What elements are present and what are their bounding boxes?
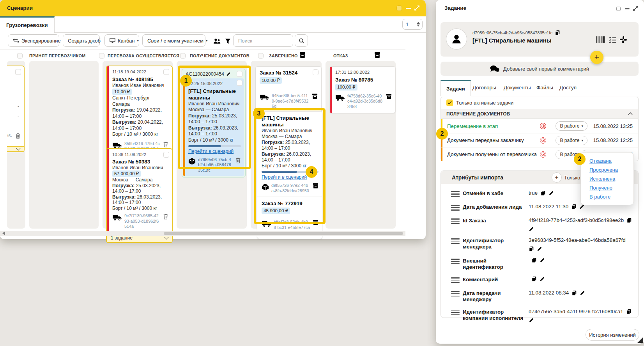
trash-icon[interactable] [15,133,21,139]
filter-button[interactable] [223,36,233,46]
menu-item-done[interactable]: Исполнена [589,174,633,183]
archive-icon[interactable] [313,220,318,225]
drag-handle-icon[interactable] [446,190,463,198]
avatar[interactable] [446,28,467,50]
pencil-icon[interactable] [580,290,585,296]
column-select-checkbox[interactable] [180,53,186,59]
copy-icon[interactable] [626,218,632,223]
card-checkbox[interactable] [313,69,318,75]
barcode-icon[interactable] [596,36,605,43]
card-title[interactable]: Заказ № 31524 [260,69,318,76]
drag-handle-icon[interactable] [446,309,463,317]
page-number-value[interactable] [405,21,415,28]
scroll-left-icon[interactable] [2,231,5,235]
drag-handle-icon[interactable] [446,257,463,266]
stage-section-header[interactable]: ПОЛУЧЕНИЕ ДОКУМЕНТОВ [441,109,638,119]
ftl-card-documents[interactable]: 12:25 15.08.2022 [FTL] Стиральные машины… [183,78,244,176]
tab-tasks[interactable]: Задачи [441,80,471,96]
status-dropdown-button[interactable]: В работе▾ [556,136,587,145]
scenarios-titlebar[interactable]: Сценарии [0,0,426,16]
card-tasks-footer[interactable] [7,146,24,151]
order-card-31524[interactable]: Заказ № 31524 102,00 ₽ 945ae8f8-bec5-411… [255,66,322,113]
drag-handle-icon[interactable] [446,237,463,245]
archive-icon[interactable] [386,94,392,99]
expand-icon[interactable] [414,5,419,11]
goto-scenario-link[interactable]: Перейти в сценарий [188,149,234,154]
drag-handle-icon[interactable] [446,290,463,298]
stepper-arrows-icon[interactable] [417,22,420,27]
page-number-input[interactable] [402,19,423,30]
order-card-50383[interactable]: 10:38 11.08.2022 Заказ № 50383 Иванов Ив… [106,148,173,243]
pencil-icon[interactable] [226,72,231,76]
comment-bar[interactable]: Добавьте свой первый комментарий [441,62,639,76]
card-title[interactable]: Заказ № 408195 [112,76,168,83]
pencil-icon[interactable] [540,257,545,263]
chevron-up-icon[interactable] [628,112,633,115]
card-title[interactable]: [FTL] Стиральные машины [188,88,241,101]
copy-icon[interactable] [571,290,577,296]
pencil-icon[interactable] [540,276,545,282]
pencil-icon[interactable] [537,246,542,252]
assignees-filter-button[interactable] [212,36,222,46]
copy-icon[interactable] [531,257,537,263]
card-checkbox[interactable] [163,69,169,75]
order-card-partial[interactable]: - - ed6- [7,66,25,152]
column-select-checkbox[interactable] [99,53,104,59]
expand-icon[interactable] [633,6,638,11]
scenario-group-card[interactable]: AG110822000454 12:25 15.08.2022 [FTL] Ст… [182,69,246,177]
record-icon[interactable] [540,137,546,144]
group-checkbox[interactable] [237,71,242,77]
search-field[interactable] [237,37,284,44]
kanban-view-dropdown-button[interactable]: Канбан ▾ [104,34,139,47]
copy-icon[interactable] [626,309,632,314]
card-title[interactable]: Заказ № 80785 [335,76,392,83]
minimize-icon[interactable] [406,8,411,9]
archive-column-icon[interactable] [374,52,380,58]
column-select-checkbox[interactable] [17,53,23,59]
search-input[interactable] [233,34,293,47]
menu-item-in-progress[interactable]: В работе [589,192,633,201]
archive-column-icon[interactable] [299,52,306,58]
copy-icon[interactable] [529,246,534,252]
record-icon[interactable] [540,123,546,129]
task-row[interactable]: Перемещение в этап В работе▾ 15.08.2022 … [441,119,638,133]
record-icon[interactable] [540,151,546,158]
drag-handle-icon[interactable] [446,204,463,212]
task-name[interactable]: Перемещение в этап [447,123,540,129]
copy-icon[interactable] [531,276,537,282]
task-row[interactable]: Документы переданы заказчику В работе▾ 1… [441,133,638,147]
resize-handle[interactable] [637,337,643,343]
goto-scenario-link[interactable]: Перейти в сценарий [262,174,307,180]
pencil-icon[interactable] [548,190,554,196]
copy-icon[interactable] [540,190,546,196]
only-active-checkbox[interactable] [446,99,453,106]
column-select-checkbox[interactable] [258,53,264,59]
search-button[interactable] [295,34,308,47]
restore-icon[interactable] [616,7,621,11]
attributes-filter-button[interactable]: + Только [552,172,580,183]
hub-icon[interactable] [620,36,627,43]
task-name[interactable]: Документы получены от перевозчика [447,151,540,157]
add-button[interactable]: + [590,51,603,64]
trash-icon[interactable] [163,141,168,147]
status-dropdown-button[interactable]: В работе▾ [556,121,587,131]
order-card-80785[interactable]: 17:31 12.08.2022 Заказ № 80785 100,00 ₽ … [329,66,396,113]
create-job-button[interactable]: Создать джоб [63,34,100,47]
task-name[interactable]: Документы переданы заказчику [447,137,540,143]
trash-icon[interactable] [163,213,168,220]
trash-icon[interactable] [235,157,241,163]
tab-documents[interactable]: Документы [504,85,531,90]
board-scrollbar-thumb[interactable] [164,232,403,235]
card-title[interactable]: Заказ № 772919 [262,200,318,207]
checklist-icon[interactable] [609,36,616,43]
scope-filter-dropdown-button[interactable]: Свои / с моим участием ▾ [142,34,205,47]
history-button[interactable]: История изменений [586,329,639,341]
tab-files[interactable]: Файлы [536,85,553,90]
pencil-icon[interactable] [529,318,534,323]
tab-access[interactable]: Доступ [559,85,577,90]
copy-icon[interactable] [555,30,560,35]
menu-item-rejected[interactable]: Отказана [589,156,633,165]
menu-item-received[interactable]: Получено [589,183,633,192]
card-checkbox[interactable] [15,69,21,75]
expedition-dropdown-button[interactable]: Экспедирование ▾ [8,34,59,47]
